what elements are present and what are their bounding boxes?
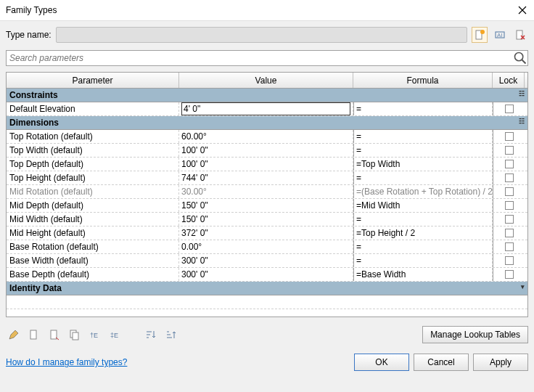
svg-point-1 xyxy=(480,30,485,34)
param-formula-cell[interactable]: = xyxy=(353,102,493,115)
param-lock-cell[interactable] xyxy=(493,158,525,171)
param-lock-cell[interactable] xyxy=(493,240,525,253)
param-lock-cell[interactable] xyxy=(493,226,525,240)
param-formula-cell[interactable]: = xyxy=(353,171,493,184)
param-formula-cell[interactable]: =Top Width xyxy=(353,158,493,171)
search-input[interactable] xyxy=(7,53,513,63)
ok-button[interactable]: OK xyxy=(354,354,409,371)
param-value-cell[interactable]: 100' 0" xyxy=(179,158,353,171)
rename-type-button[interactable]: AI xyxy=(492,27,508,43)
lock-checkbox[interactable] xyxy=(505,187,514,196)
param-lock-cell[interactable] xyxy=(493,130,525,143)
param-lock-cell[interactable] xyxy=(493,171,525,184)
param-value-cell[interactable]: 0.00° xyxy=(179,240,353,253)
param-value-cell[interactable]: 30.00° xyxy=(179,185,353,198)
param-lock-cell[interactable] xyxy=(493,268,525,281)
param-name-cell[interactable]: Default Elevation xyxy=(7,102,179,115)
group-header[interactable]: Constraints☷ xyxy=(7,89,527,102)
param-name-cell[interactable]: Base Width (default) xyxy=(7,254,179,267)
param-value-cell[interactable]: 100' 0" xyxy=(179,144,353,157)
param-formula-cell[interactable]: =Mid Width xyxy=(353,199,493,212)
lock-checkbox[interactable] xyxy=(505,215,514,224)
delete-parameter-button[interactable] xyxy=(46,327,62,343)
col-header-parameter[interactable]: Parameter xyxy=(7,73,179,88)
group-header[interactable]: Identity Data▾ xyxy=(7,282,527,295)
manage-lookup-tables-button[interactable]: Manage Lookup Tables xyxy=(422,326,528,343)
param-name-cell[interactable]: Top Height (default) xyxy=(7,171,179,184)
lock-checkbox[interactable] xyxy=(505,201,514,210)
help-link[interactable]: How do I manage family types? xyxy=(6,357,127,367)
lock-checkbox[interactable] xyxy=(505,242,514,251)
param-name-cell[interactable]: Mid Rotation (default) xyxy=(7,185,179,198)
document-remove-icon xyxy=(49,329,60,340)
param-value-cell[interactable]: 372' 0" xyxy=(179,226,353,240)
param-formula-cell[interactable]: =Top Height / 2 xyxy=(353,226,493,240)
param-formula-cell[interactable]: = xyxy=(353,144,493,157)
sort-asc-button[interactable] xyxy=(142,327,158,343)
param-name-cell[interactable]: Base Depth (default) xyxy=(7,268,179,281)
svg-point-5 xyxy=(515,53,523,61)
param-lock-cell[interactable] xyxy=(493,254,525,267)
param-value-cell[interactable]: 300' 0" xyxy=(179,268,353,281)
param-lock-cell[interactable] xyxy=(493,199,525,212)
param-name-cell[interactable]: Base Rotation (default) xyxy=(7,240,179,253)
lock-checkbox[interactable] xyxy=(505,146,514,155)
lock-checkbox[interactable] xyxy=(505,105,514,113)
sort-desc-button[interactable] xyxy=(163,327,178,343)
table-row: Top Width (default)100' 0"= xyxy=(7,144,527,158)
param-name-cell[interactable]: Top Rotation (default) xyxy=(7,130,179,143)
new-type-button[interactable] xyxy=(472,27,488,43)
param-formula-cell[interactable]: = xyxy=(353,213,493,226)
param-formula-cell[interactable]: = xyxy=(353,130,493,143)
col-header-value[interactable]: Value xyxy=(179,73,353,88)
lock-checkbox[interactable] xyxy=(505,229,514,237)
param-name-cell[interactable]: Mid Height (default) xyxy=(7,226,179,240)
param-value-cell[interactable]: 300' 0" xyxy=(179,254,353,267)
delete-type-button[interactable] xyxy=(512,27,528,43)
param-formula-cell[interactable]: =Base Width xyxy=(353,268,493,281)
param-lock-cell[interactable] xyxy=(493,185,525,198)
param-name-cell[interactable]: Mid Depth (default) xyxy=(7,199,179,212)
search-button[interactable] xyxy=(513,51,527,65)
typename-select[interactable] xyxy=(56,27,467,43)
value-input[interactable]: 4' 0" xyxy=(181,102,350,115)
move-down-button[interactable]: ‡E xyxy=(107,327,123,343)
close-icon xyxy=(518,6,527,15)
lock-checkbox[interactable] xyxy=(505,132,514,141)
apply-button[interactable]: Apply xyxy=(473,354,528,371)
cancel-button[interactable]: Cancel xyxy=(414,354,469,371)
group-header[interactable]: Dimensions☷ xyxy=(7,116,527,130)
rename-icon: AI xyxy=(494,29,506,41)
move-up-button[interactable]: †E xyxy=(87,327,103,343)
lock-checkbox[interactable] xyxy=(505,256,514,265)
table-row: Base Rotation (default)0.00°= xyxy=(7,240,527,254)
lock-checkbox[interactable] xyxy=(505,160,514,168)
col-header-formula[interactable]: Formula xyxy=(353,73,493,88)
param-value-cell[interactable]: 4' 0" xyxy=(179,102,353,115)
svg-rect-10 xyxy=(73,332,78,340)
param-value-cell[interactable]: 60.00° xyxy=(179,130,353,143)
new-parameter-button[interactable] xyxy=(26,327,42,343)
close-button[interactable] xyxy=(517,4,528,16)
param-formula-cell[interactable]: = xyxy=(353,254,493,267)
expand-icon[interactable]: ▾ xyxy=(521,283,525,290)
param-name-cell[interactable]: Top Width (default) xyxy=(7,144,179,157)
param-lock-cell[interactable] xyxy=(493,144,525,157)
search-icon xyxy=(513,51,527,65)
param-value-cell[interactable]: 150' 0" xyxy=(179,213,353,226)
param-value-cell[interactable]: 150' 0" xyxy=(179,199,353,212)
param-value-cell[interactable]: 744' 0" xyxy=(179,171,353,184)
param-lock-cell[interactable] xyxy=(493,213,525,226)
lock-checkbox[interactable] xyxy=(505,173,514,182)
param-formula-cell[interactable]: = xyxy=(353,240,493,253)
param-name-cell[interactable]: Top Depth (default) xyxy=(7,158,179,171)
edit-parameter-button[interactable] xyxy=(6,327,22,343)
col-header-lock[interactable]: Lock xyxy=(493,73,525,88)
copy-parameter-button[interactable] xyxy=(67,327,83,343)
param-formula-cell[interactable]: =(Base Rotation + Top Rotation) / 2 xyxy=(353,185,493,198)
collapse-icon[interactable]: ☷ xyxy=(519,90,525,97)
collapse-icon[interactable]: ☷ xyxy=(519,118,525,125)
param-name-cell[interactable]: Mid Width (default) xyxy=(7,213,179,226)
param-lock-cell[interactable] xyxy=(493,102,525,115)
lock-checkbox[interactable] xyxy=(505,270,514,279)
